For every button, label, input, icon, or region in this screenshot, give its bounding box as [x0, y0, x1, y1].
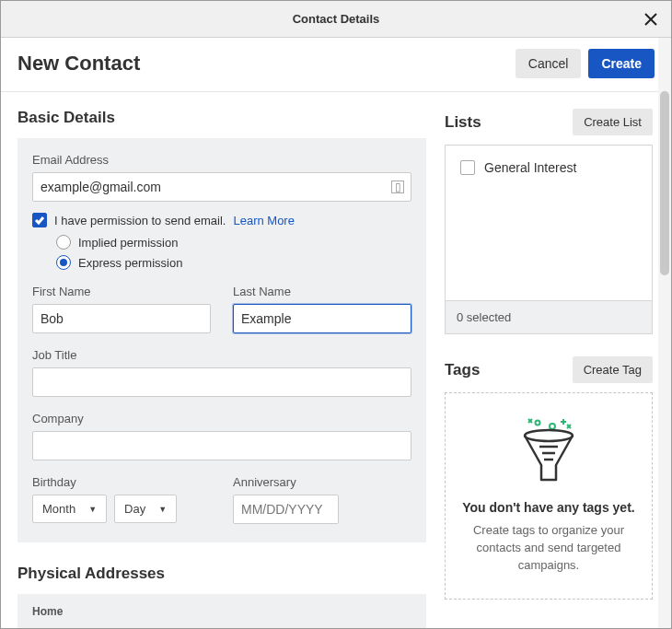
birthday-month-select[interactable]: Month ▼ [32, 495, 107, 523]
lists-selected-count: 0 selected [446, 300, 652, 333]
last-name-field: Last Name [233, 285, 411, 333]
anniversary-input[interactable] [233, 495, 339, 524]
tags-title: Tags [445, 361, 480, 379]
implied-row: Implied permission [56, 235, 411, 250]
physical-address-box: Home Address Line 1 Address Line 2 [17, 594, 426, 629]
physical-addresses-title: Physical Addresses [17, 565, 426, 583]
anniversary-label: Anniversary [233, 475, 411, 489]
contact-card-icon[interactable]: ▯ [391, 181, 404, 193]
permission-radio-group: Implied permission Express permission [56, 235, 411, 270]
express-row: Express permission [56, 255, 411, 270]
last-name-label: Last Name [233, 285, 411, 298]
lists-title: Lists [445, 113, 481, 132]
implied-label: Implied permission [78, 236, 178, 250]
learn-more-link[interactable]: Learn More [233, 214, 294, 227]
email-label: Email Address [32, 153, 411, 167]
last-name-input[interactable] [233, 304, 411, 333]
birthday-field: Birthday Month ▼ Day ▼ [32, 475, 211, 524]
basic-details-title: Basic Details [17, 109, 426, 127]
date-row: Birthday Month ▼ Day ▼ [32, 475, 411, 524]
tags-empty-box: You don't have any tags yet. Create tags… [445, 392, 653, 600]
create-tag-button[interactable]: Create Tag [573, 356, 653, 383]
page-title: New Contact [17, 52, 140, 76]
company-field: Company [32, 412, 411, 460]
express-radio[interactable] [56, 255, 71, 270]
left-column: Basic Details Email Address ▯ I have per… [1, 92, 441, 629]
first-name-label: First Name [32, 285, 211, 298]
list-item-checkbox[interactable] [460, 160, 475, 175]
anniversary-field: Anniversary [233, 475, 411, 524]
permission-checkbox[interactable] [32, 213, 47, 227]
tags-empty-title: You don't have any tags yet. [460, 500, 637, 515]
create-list-button[interactable]: Create List [573, 109, 653, 135]
first-name-input[interactable] [32, 304, 211, 333]
company-input[interactable] [32, 431, 411, 460]
funnel-icon [460, 414, 637, 487]
company-label: Company [32, 412, 411, 425]
basic-details-box: Email Address ▯ I have permission to sen… [17, 138, 426, 542]
cancel-button[interactable]: Cancel [516, 49, 582, 78]
svg-point-2 [525, 430, 573, 441]
list-item-label: General Interest [484, 160, 576, 175]
day-value: Day [124, 502, 145, 516]
birthday-label: Birthday [32, 475, 211, 489]
permission-text: I have permission to send email. [54, 214, 226, 227]
modal-body: Basic Details Email Address ▯ I have per… [1, 92, 671, 629]
chevron-down-icon: ▼ [88, 505, 97, 514]
email-row: ▯ [32, 172, 411, 202]
svg-point-1 [550, 424, 555, 429]
express-label: Express permission [78, 256, 182, 270]
implied-radio[interactable] [56, 235, 71, 250]
header-actions: Cancel Create [516, 49, 655, 78]
first-name-field: First Name [32, 285, 211, 333]
home-label: Home [32, 605, 411, 618]
modal-header: Contact Details [1, 1, 671, 38]
scrollbar-thumb[interactable] [660, 91, 669, 275]
chevron-down-icon: ▼ [158, 505, 167, 514]
svg-point-0 [536, 421, 540, 425]
lists-section: Lists Create List General Interest 0 sel… [445, 109, 653, 334]
contact-details-modal: Contact Details New Contact Cancel Creat… [0, 0, 672, 629]
month-value: Month [42, 502, 75, 516]
job-title-field: Job Title [32, 348, 411, 397]
tags-empty-text: Create tags to organize your contacts an… [460, 522, 637, 575]
sub-header: New Contact Cancel Create [1, 38, 671, 92]
right-column: Lists Create List General Interest 0 sel… [441, 92, 671, 629]
email-input[interactable] [32, 172, 411, 202]
birthday-day-select[interactable]: Day ▼ [114, 495, 177, 523]
job-title-label: Job Title [32, 348, 411, 362]
tags-section: Tags Create Tag [445, 356, 653, 600]
modal-title: Contact Details [293, 12, 380, 26]
job-title-input[interactable] [32, 367, 411, 397]
name-row: First Name Last Name [32, 285, 411, 333]
list-item: General Interest [460, 160, 637, 175]
create-button[interactable]: Create [588, 49, 655, 78]
lists-items: General Interest [446, 146, 652, 300]
lists-box: General Interest 0 selected [445, 145, 653, 334]
permission-row: I have permission to send email. Learn M… [32, 213, 411, 227]
close-icon[interactable] [642, 10, 660, 29]
